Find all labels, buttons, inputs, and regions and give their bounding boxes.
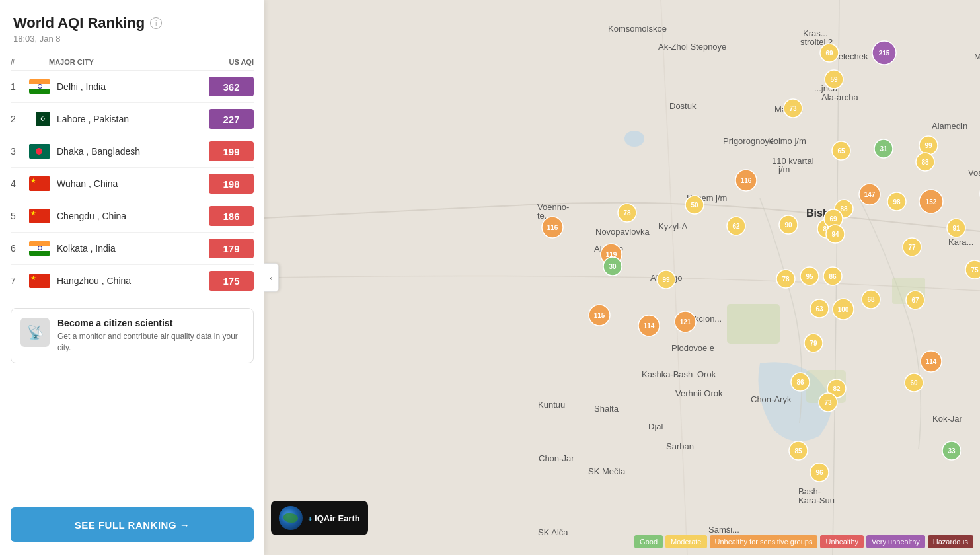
aqi-dot[interactable]: 152: [919, 190, 943, 213]
svg-point-91: [603, 257, 622, 276]
city-info: ☪ Lahore , Pakistan: [29, 112, 209, 126]
aqi-dot[interactable]: 68: [862, 290, 880, 309]
city-name: Wuhan , China: [57, 178, 118, 189]
svg-text:SK Alča: SK Alča: [538, 527, 568, 537]
city-name: Delhi , India: [57, 81, 106, 92]
svg-text:Verhnii Orok: Verhnii Orok: [675, 388, 723, 398]
aqi-dot[interactable]: 99: [657, 270, 675, 289]
city-info: ★ Chengdu , China: [29, 209, 209, 223]
city-name: Kolkata , India: [57, 243, 116, 254]
aqi-dot[interactable]: 98: [887, 192, 906, 211]
city-info: ★ Hangzhou , China: [29, 274, 209, 288]
svg-point-62: [872, 41, 896, 65]
legend-item: Good: [634, 535, 663, 548]
aqi-badge: 199: [209, 141, 254, 161]
info-icon[interactable]: i: [150, 17, 162, 29]
table-row[interactable]: 5 ★ Chengdu , China 186: [11, 200, 254, 233]
aqi-dot[interactable]: 50: [685, 196, 704, 214]
table-row[interactable]: 2 ☪ Lahore , Pakistan 227: [11, 103, 254, 135]
svg-point-71: [887, 192, 906, 211]
aqi-dot[interactable]: 114: [638, 315, 660, 336]
map-area[interactable]: ‹ Komsomolskoe Ak-Zhol Stepnoye Dostuk P…: [264, 0, 980, 555]
aqi-dot[interactable]: 91: [947, 219, 965, 237]
aqi-dot[interactable]: 94: [826, 225, 845, 243]
aqi-dot[interactable]: 96: [810, 463, 829, 482]
aqi-dot[interactable]: 65: [832, 141, 850, 160]
svg-point-64: [916, 153, 934, 171]
aqi-dot[interactable]: 114: [921, 351, 942, 372]
table-row[interactable]: 1 Delhi , India 362: [11, 71, 254, 103]
svg-point-107: [942, 441, 961, 460]
svg-point-84: [906, 291, 924, 309]
aqi-dot[interactable]: 147: [859, 184, 880, 205]
aqi-dot[interactable]: 215: [872, 41, 896, 65]
svg-point-101: [905, 373, 923, 392]
aqi-dot[interactable]: 88: [916, 153, 934, 171]
aqi-badge: 186: [209, 206, 254, 226]
collapse-sidebar-button[interactable]: ‹: [264, 263, 279, 292]
legend-item: Unhealthy: [820, 535, 864, 548]
table-row[interactable]: 4 ★ Wuhan , China 198: [11, 168, 254, 200]
left-panel: World AQI Ranking i 18:03, Jan 8 # MAJOR…: [0, 0, 264, 555]
see-full-ranking-button[interactable]: SEE FULL RANKING →: [11, 507, 254, 542]
aqi-dot[interactable]: 116: [735, 170, 757, 191]
aqi-dot[interactable]: 75: [965, 260, 980, 279]
aqi-dot[interactable]: 116: [542, 217, 563, 238]
aqi-dot[interactable]: 95: [800, 267, 819, 285]
svg-point-59: [820, 44, 839, 62]
aqi-dot[interactable]: 86: [791, 373, 810, 391]
aqi-dot[interactable]: 30: [603, 257, 622, 276]
aqi-dot[interactable]: 100: [833, 299, 854, 320]
svg-text:Sarban: Sarban: [666, 441, 694, 451]
aqi-dot[interactable]: 69: [820, 44, 839, 62]
aqi-dot[interactable]: 67: [906, 291, 924, 309]
ranking-table: # MAJOR CITY US AQI 1 Delhi , India 362 …: [0, 48, 264, 297]
aqi-dot[interactable]: 99: [919, 136, 938, 155]
rank-number: 1: [11, 81, 29, 92]
aqi-dot[interactable]: 33: [942, 441, 961, 460]
svg-text:Kok-Jar: Kok-Jar: [932, 414, 962, 424]
aqi-dot[interactable]: 115: [589, 305, 610, 326]
aqi-dot[interactable]: 77: [903, 238, 921, 256]
svg-text:Kyzyl-A: Kyzyl-A: [658, 221, 687, 231]
aqi-dot[interactable]: 63: [810, 299, 829, 318]
svg-text:Kolmo j/m: Kolmo j/m: [768, 136, 806, 146]
table-row[interactable]: 6 Kolkata , India 179: [11, 233, 254, 265]
svg-text:Kara...: Kara...: [948, 237, 973, 247]
svg-rect-3: [727, 304, 780, 344]
aqi-dot[interactable]: 59: [825, 70, 843, 89]
city-info: Delhi , India: [29, 79, 209, 94]
svg-text:Kashka-Bash: Kashka-Bash: [642, 369, 693, 379]
legend-item: Moderate: [665, 535, 706, 548]
aqi-dot[interactable]: 78: [618, 204, 636, 222]
aqi-dot[interactable]: 73: [784, 99, 802, 118]
table-row[interactable]: 3 Dhaka , Bangladesh 199: [11, 135, 254, 168]
chevron-left-icon: ‹: [270, 273, 272, 283]
map-svg: Komsomolskoe Ak-Zhol Stepnoye Dostuk Pri…: [264, 0, 980, 555]
svg-point-63: [919, 136, 938, 155]
svg-point-94: [638, 315, 660, 336]
aqi-dot[interactable]: 31: [874, 139, 893, 158]
aqi-dot[interactable]: 90: [779, 215, 798, 234]
svg-point-75: [727, 217, 745, 235]
iqair-earth-badge[interactable]: + IQAir Earth: [271, 501, 368, 535]
svg-text:Kuntuu: Kuntuu: [538, 400, 565, 410]
panel-title-row: World AQI Ranking i: [13, 15, 251, 32]
table-header: # MAJOR CITY US AQI: [11, 54, 254, 71]
svg-text:Komsomolskoe: Komsomolskoe: [608, 24, 667, 34]
svg-text:Kara-Suu: Kara-Suu: [798, 496, 835, 505]
aqi-dot[interactable]: 86: [823, 267, 842, 285]
svg-point-89: [542, 217, 563, 238]
svg-point-100: [921, 351, 942, 372]
aqi-dot[interactable]: 62: [727, 217, 745, 235]
aqi-badge: 175: [209, 271, 254, 291]
svg-text:Ak-Zhol Stepnoye: Ak-Zhol Stepnoye: [658, 42, 726, 52]
table-row[interactable]: 7 ★ Hangzhou , China 175: [11, 265, 254, 297]
aqi-dot[interactable]: 60: [905, 373, 923, 392]
aqi-dot[interactable]: 85: [789, 441, 808, 460]
aqi-dot[interactable]: 79: [804, 334, 823, 352]
aqi-dot[interactable]: 121: [675, 311, 696, 332]
svg-text:Plodovoe  e: Plodovoe e: [671, 343, 714, 353]
aqi-dot[interactable]: 73: [819, 393, 837, 412]
aqi-dot[interactable]: 78: [776, 270, 795, 288]
